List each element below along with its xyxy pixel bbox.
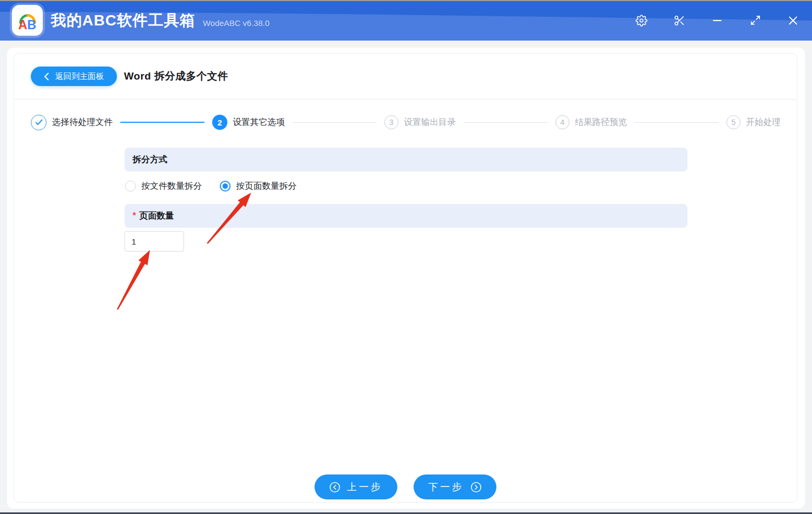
- next-step-button[interactable]: 下一步: [414, 475, 496, 499]
- radio-unselected-icon: [125, 181, 136, 192]
- gear-icon: [636, 15, 647, 27]
- page-count-input[interactable]: [125, 231, 184, 252]
- step-number-badge: 2: [212, 115, 227, 130]
- step-item-2: 2 设置其它选项: [212, 115, 285, 130]
- close-icon: [788, 16, 798, 25]
- window-top-edge: [0, 0, 812, 1]
- svg-text:A: A: [18, 17, 27, 31]
- step-number-badge: 3: [384, 115, 398, 129]
- maximize-button[interactable]: [736, 0, 774, 41]
- minimize-button[interactable]: [698, 0, 736, 41]
- circle-chevron-right-icon: [470, 482, 482, 493]
- app-version: WodeABC v6.38.0: [203, 18, 270, 28]
- page-count-input-row: [125, 231, 687, 252]
- app-title: 我的ABC软件工具箱: [51, 10, 195, 31]
- step-done-check-icon: [31, 115, 47, 130]
- back-to-dashboard-button[interactable]: 返回到主面板: [31, 67, 117, 86]
- main-panel: 返回到主面板 Word 拆分成多个文件 选择待处理文件 2 设置其它选项 3 设…: [7, 48, 805, 509]
- titlebar: A B 我的ABC软件工具箱 WodeABC v6.38.0: [0, 0, 812, 41]
- settings-button[interactable]: [623, 0, 660, 41]
- step-label: 开始处理: [746, 117, 781, 128]
- step-connector-active: [120, 122, 205, 123]
- app-logo-icon: A B: [15, 8, 40, 33]
- window-controls: [623, 0, 812, 41]
- required-marker: *: [133, 211, 136, 221]
- options-form: 拆分方式 按文件数量拆分 按页面数量拆分 * 页面数量: [125, 148, 687, 252]
- step-connector: [463, 122, 548, 123]
- split-method-title: 拆分方式: [133, 154, 167, 166]
- step-connector: [292, 122, 377, 123]
- radio-selected-icon: [220, 181, 231, 192]
- step-item-3: 3 设置输出目录: [384, 115, 456, 129]
- page-title: Word 拆分成多个文件: [124, 69, 228, 83]
- circle-chevron-left-icon: [329, 482, 340, 493]
- step-label: 选择待处理文件: [52, 117, 113, 128]
- step-label: 结果路径预览: [575, 117, 627, 128]
- content-card: 返回到主面板 Word 拆分成多个文件 选择待处理文件 2 设置其它选项 3 设…: [14, 53, 797, 503]
- expand-icon: [750, 15, 761, 25]
- minimize-icon: [712, 16, 722, 25]
- page-header: 返回到主面板 Word 拆分成多个文件: [31, 67, 228, 86]
- app-logo: A B: [12, 5, 43, 36]
- close-button[interactable]: [774, 0, 812, 41]
- header-divider: [14, 99, 797, 100]
- step-item-4: 4 结果路径预览: [555, 115, 627, 129]
- svg-text:B: B: [27, 17, 36, 31]
- radio-split-by-file-count[interactable]: 按文件数量拆分: [125, 181, 202, 192]
- page-count-section-header: * 页面数量: [125, 204, 687, 228]
- step-number-badge: 4: [555, 115, 569, 129]
- step-indicator: 选择待处理文件 2 设置其它选项 3 设置输出目录 4 结果路径预览 5 开始处…: [31, 114, 781, 130]
- next-step-label: 下一步: [428, 480, 464, 493]
- screenshot-button[interactable]: [660, 0, 698, 41]
- previous-step-button[interactable]: 上一步: [315, 475, 397, 499]
- step-item-5: 5 开始处理: [726, 115, 781, 129]
- split-method-options: 按文件数量拆分 按页面数量拆分: [125, 179, 687, 193]
- back-button-label: 返回到主面板: [55, 71, 104, 82]
- previous-step-label: 上一步: [347, 480, 383, 493]
- step-number-badge: 5: [726, 115, 741, 129]
- step-label: 设置输出目录: [404, 117, 456, 128]
- radio-label: 按文件数量拆分: [141, 181, 202, 192]
- chevron-left-icon: [44, 73, 49, 81]
- step-item-1: 选择待处理文件: [31, 115, 113, 130]
- scissors-icon: [673, 15, 685, 27]
- wizard-footer: 上一步 下一步: [14, 475, 797, 499]
- page-count-title: 页面数量: [139, 210, 174, 222]
- step-connector: [634, 122, 719, 123]
- radio-label: 按页面数量拆分: [236, 181, 297, 192]
- step-label: 设置其它选项: [233, 117, 285, 128]
- split-method-section-header: 拆分方式: [125, 148, 687, 172]
- radio-split-by-page-count[interactable]: 按页面数量拆分: [220, 181, 297, 192]
